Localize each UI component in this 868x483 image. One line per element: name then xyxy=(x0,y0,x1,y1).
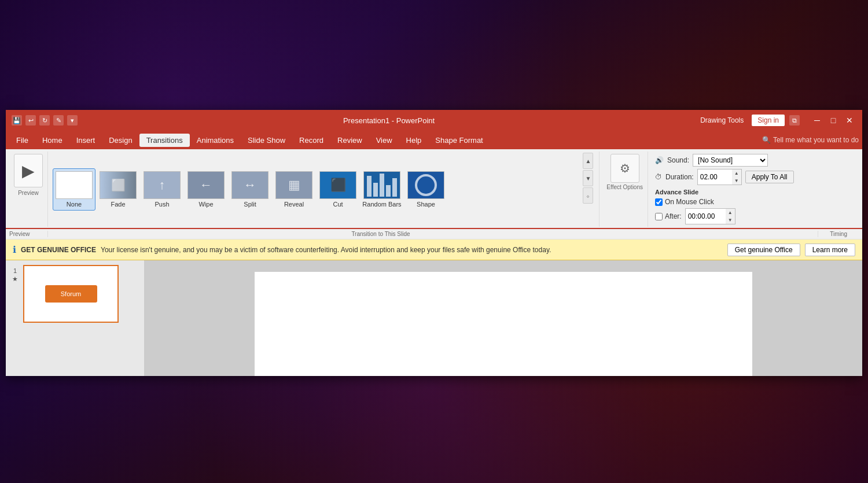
duration-up-button[interactable]: ▲ xyxy=(732,169,741,177)
ribbon: ▶ Preview None ⬜ Fade xyxy=(6,149,862,229)
cut-label: Cut xyxy=(333,201,343,208)
title-bar-left: 💾 ↩ ↻ ✎ ▾ xyxy=(12,115,78,126)
search-placeholder: Tell me what you want to do xyxy=(773,136,859,144)
transition-reveal[interactable]: ▦ Reveal xyxy=(273,169,315,210)
sign-in-button[interactable]: Sign in xyxy=(752,115,785,126)
transition-fade[interactable]: ⬜ Fade xyxy=(97,169,139,210)
title-bar: 💾 ↩ ↻ ✎ ▾ Presentation1 - PowerPoint Dra… xyxy=(6,110,862,131)
sound-row: 🔊 Sound: [No Sound] xyxy=(655,154,854,167)
preview-icon: ▶ xyxy=(22,161,35,180)
main-content: 1 ★ Sforum ↻ xyxy=(6,260,862,376)
transitions-gallery: None ⬜ Fade ↑ Push xyxy=(53,152,582,227)
customize-icon[interactable]: ▾ xyxy=(67,115,78,126)
clock-icon: ⏱ xyxy=(655,173,662,181)
close-button[interactable]: ✕ xyxy=(843,113,856,127)
undo-icon[interactable]: ↩ xyxy=(25,115,36,126)
slide-thumbnail-wrapper: 1 ★ Sforum xyxy=(10,265,139,323)
warning-message: Your license isn't genuine, and you may … xyxy=(101,246,551,254)
duration-input[interactable] xyxy=(697,169,732,185)
sound-icon: 🔊 xyxy=(655,156,664,164)
menu-record[interactable]: Record xyxy=(292,134,330,147)
transition-none[interactable]: None xyxy=(53,168,95,211)
slide-canvas: ↻ xyxy=(255,272,752,376)
after-down-button[interactable]: ▼ xyxy=(726,216,735,224)
after-label: After: xyxy=(665,212,682,220)
learn-more-button[interactable]: Learn more xyxy=(805,244,855,256)
preview-section: ▶ Preview xyxy=(9,152,48,227)
transition-shape[interactable]: Shape xyxy=(404,169,447,210)
preview-section-label: Preview xyxy=(9,231,48,237)
get-genuine-office-button[interactable]: Get genuine Office xyxy=(727,244,800,256)
search-icon: 🔍 xyxy=(762,136,771,144)
menu-insert[interactable]: Insert xyxy=(69,134,102,147)
menu-review[interactable]: Review xyxy=(330,134,369,147)
gallery-up-arrow[interactable]: ▲ xyxy=(583,153,593,169)
none-thumb xyxy=(56,171,93,199)
drawing-tools-label: Drawing Tools xyxy=(700,116,744,124)
slide-thumbnail[interactable]: Sforum xyxy=(23,265,119,323)
menu-design[interactable]: Design xyxy=(102,134,139,147)
menu-shape-format[interactable]: Shape Format xyxy=(428,134,490,147)
after-checkbox[interactable] xyxy=(655,213,663,220)
duration-spinner: ▲ ▼ xyxy=(697,169,742,185)
duration-label: Duration: xyxy=(665,173,694,181)
duration-spinner-buttons: ▲ ▼ xyxy=(732,169,742,185)
fade-thumb: ⬜ xyxy=(100,171,137,199)
shape-label: Shape xyxy=(417,201,435,208)
warning-title: GET GENUINE OFFICE xyxy=(21,246,96,254)
after-spinner-buttons: ▲ ▼ xyxy=(726,208,735,224)
push-thumb: ↑ xyxy=(144,171,181,199)
shape-thumb xyxy=(407,171,444,199)
transitions-section-label: Transition to This Slide xyxy=(48,231,819,237)
menu-slideshow[interactable]: Slide Show xyxy=(241,134,292,147)
menu-transitions[interactable]: Transitions xyxy=(139,134,190,147)
none-label: None xyxy=(67,201,82,208)
title-bar-right: Drawing Tools Sign in ⧉ ─ □ ✕ xyxy=(700,113,856,127)
wipe-thumb: ← xyxy=(187,171,225,199)
push-label: Push xyxy=(155,201,169,208)
after-row: After: ▲ ▼ xyxy=(655,208,854,224)
sound-select[interactable]: [No Sound] xyxy=(693,154,768,167)
on-mouse-click-checkbox[interactable] xyxy=(655,198,663,206)
menu-animations[interactable]: Animations xyxy=(190,134,241,147)
wipe-label: Wipe xyxy=(198,201,213,208)
after-up-button[interactable]: ▲ xyxy=(726,209,735,216)
slide-number: 1 ★ xyxy=(10,265,20,283)
gallery-down-arrow[interactable]: ▼ xyxy=(583,170,593,186)
reveal-label: Reveal xyxy=(284,201,304,208)
cut-thumb: ⬛ xyxy=(319,171,356,199)
search-area: 🔍 Tell me what you want to do xyxy=(762,136,859,144)
after-input[interactable] xyxy=(685,208,726,224)
timing-section-label: Timing xyxy=(818,231,859,237)
randombars-label: Random Bars xyxy=(362,201,401,208)
duration-down-button[interactable]: ▼ xyxy=(732,177,741,185)
transition-push[interactable]: ↑ Push xyxy=(141,169,183,210)
gallery-more-arrow[interactable]: ⬦ xyxy=(583,187,593,204)
preview-button[interactable]: ▶ xyxy=(14,154,43,187)
transition-random-bars[interactable]: Random Bars xyxy=(361,169,403,210)
transition-wipe[interactable]: ← Wipe xyxy=(185,169,227,210)
maximize-button[interactable]: □ xyxy=(826,113,840,127)
menu-file[interactable]: File xyxy=(9,134,35,147)
effect-options-button[interactable]: ⚙ xyxy=(610,154,639,183)
after-checkbox-wrapper: After: xyxy=(655,212,682,220)
duration-row: ⏱ Duration: ▲ ▼ Apply To All xyxy=(655,169,854,185)
touch-icon[interactable]: ✎ xyxy=(53,115,64,126)
after-spinner: ▲ ▼ xyxy=(685,208,735,224)
fade-label: Fade xyxy=(111,201,125,208)
minimize-button[interactable]: ─ xyxy=(810,113,824,127)
apply-to-all-button[interactable]: Apply To All xyxy=(745,171,794,183)
restore-down-icon[interactable]: ⧉ xyxy=(789,115,800,126)
split-thumb: ↔ xyxy=(231,171,269,199)
menu-help[interactable]: Help xyxy=(399,134,429,147)
warning-info-icon: ℹ xyxy=(13,244,16,255)
menu-home[interactable]: Home xyxy=(35,134,69,147)
slide-panel: 1 ★ Sforum xyxy=(6,260,145,376)
transition-split[interactable]: ↔ Split xyxy=(229,169,271,210)
menu-view[interactable]: View xyxy=(369,134,399,147)
canvas-area[interactable]: ↻ xyxy=(145,260,862,376)
save-icon[interactable]: 💾 xyxy=(12,115,22,126)
menu-bar: File Home Insert Design Transitions Anim… xyxy=(6,131,862,149)
redo-icon[interactable]: ↻ xyxy=(39,115,50,126)
transition-cut[interactable]: ⬛ Cut xyxy=(317,169,359,210)
